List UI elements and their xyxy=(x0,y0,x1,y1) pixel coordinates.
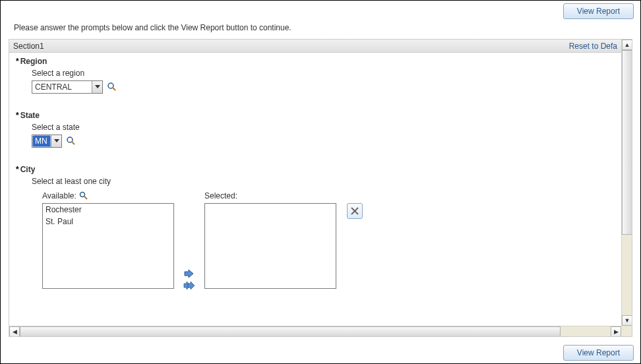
prompts-scroll-area: Section1 Reset to Defa *Region Select a … xyxy=(9,39,632,337)
prompt-state: *State Select a state MN xyxy=(9,107,621,161)
city-label-text: City xyxy=(20,165,36,174)
available-column: Available: RochesterSt. Paul xyxy=(42,191,174,289)
svg-point-1 xyxy=(108,83,113,88)
region-sublabel: Select a region xyxy=(16,66,615,80)
move-right-icon[interactable] xyxy=(183,269,195,278)
report-prompt-window: View Report Please answer the prompts be… xyxy=(0,0,641,364)
available-listbox[interactable]: RochesterSt. Paul xyxy=(42,203,174,289)
city-label: *City xyxy=(16,165,615,174)
scroll-up-button[interactable]: ▲ xyxy=(622,40,632,50)
instruction-text: Please answer the prompts below and clic… xyxy=(1,19,640,36)
section-title: Section1 xyxy=(13,42,44,51)
vertical-scrollbar[interactable]: ▲ ▼ xyxy=(621,40,632,326)
scrollbar-corner xyxy=(621,326,632,336)
close-icon xyxy=(351,207,359,215)
city-sublabel: Select at least one city xyxy=(16,174,615,189)
state-sublabel: Select a state xyxy=(16,120,615,135)
bottom-toolbar: View Report xyxy=(563,345,634,361)
view-report-button-top[interactable]: View Report xyxy=(563,3,634,19)
svg-point-4 xyxy=(67,137,73,142)
top-toolbar: View Report xyxy=(1,1,640,19)
view-report-button-bottom[interactable]: View Report xyxy=(563,345,634,361)
horizontal-scroll-thumb[interactable] xyxy=(20,326,561,337)
selected-label-text: Selected: xyxy=(204,191,237,200)
svg-marker-3 xyxy=(54,139,59,142)
search-icon[interactable] xyxy=(107,82,117,92)
prompt-city: *City Select at least one city Available… xyxy=(9,161,621,294)
scroll-down-button[interactable]: ▼ xyxy=(622,315,632,326)
required-star: * xyxy=(16,111,19,120)
svg-marker-0 xyxy=(95,85,100,88)
required-star: * xyxy=(16,165,19,174)
mover-buttons xyxy=(181,191,198,290)
region-select[interactable]: CENTRAL xyxy=(32,80,103,94)
svg-marker-8 xyxy=(185,270,193,278)
search-icon[interactable] xyxy=(79,191,88,200)
selected-column: Selected: xyxy=(204,191,336,289)
svg-line-2 xyxy=(113,88,115,90)
state-label-text: State xyxy=(20,111,40,120)
state-label: *State xyxy=(16,111,615,120)
scroll-left-button[interactable]: ◀ xyxy=(9,326,20,337)
dropdown-arrow-icon xyxy=(51,135,61,147)
region-label-text: Region xyxy=(20,57,47,66)
section-header: Section1 Reset to Defa xyxy=(9,40,621,53)
state-select-value: MN xyxy=(32,135,51,147)
svg-marker-10 xyxy=(188,282,195,289)
region-label: *Region xyxy=(16,57,615,66)
prompts-content: Section1 Reset to Defa *Region Select a … xyxy=(9,40,621,326)
svg-line-7 xyxy=(84,197,87,199)
required-star: * xyxy=(16,57,19,66)
selected-label: Selected: xyxy=(204,191,336,200)
prompt-region: *Region Select a region CENTRAL xyxy=(9,53,621,107)
dropdown-arrow-icon xyxy=(92,81,102,93)
horizontal-scrollbar[interactable]: ◀ ▶ xyxy=(9,326,621,336)
svg-line-5 xyxy=(72,142,75,144)
move-all-right-icon[interactable] xyxy=(183,281,195,290)
state-select[interactable]: MN xyxy=(32,135,62,148)
reset-to-default-link[interactable]: Reset to Defa xyxy=(569,42,617,51)
vertical-scroll-thumb[interactable] xyxy=(622,50,632,235)
remove-button[interactable] xyxy=(347,203,363,219)
region-select-value: CENTRAL xyxy=(32,81,92,93)
selected-listbox[interactable] xyxy=(204,203,336,289)
scroll-right-button[interactable]: ▶ xyxy=(611,326,621,337)
list-item[interactable]: St. Paul xyxy=(43,216,173,228)
search-icon[interactable] xyxy=(66,136,76,146)
list-item[interactable]: Rochester xyxy=(43,204,173,216)
available-label: Available: xyxy=(42,191,174,200)
available-label-text: Available: xyxy=(42,191,76,200)
svg-point-6 xyxy=(80,193,84,197)
